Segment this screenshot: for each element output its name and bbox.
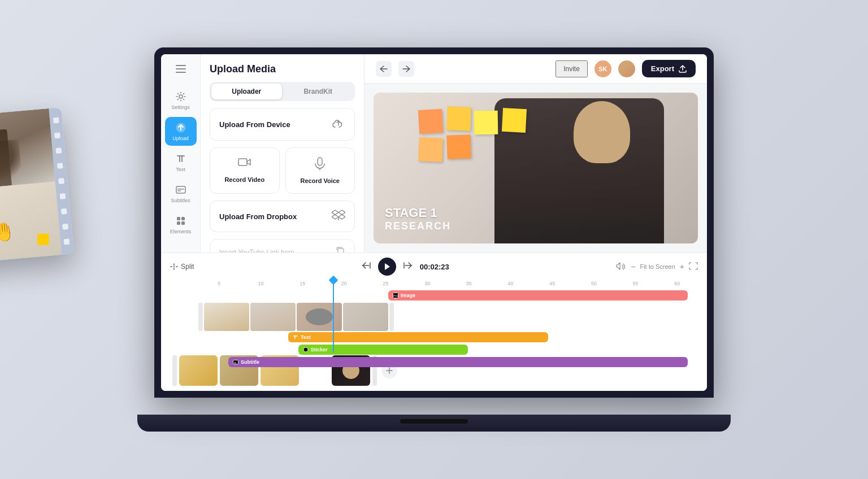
subtitles-icon (175, 184, 187, 196)
stage-subtitle: RESEARCH (385, 220, 451, 232)
subtitle-track-label: Subtitle (241, 359, 259, 365)
video-background: STAGE 1 RESEARCH (374, 93, 698, 243)
record-video-label: Record Video (224, 176, 264, 183)
sticker-track: Sticker (170, 345, 698, 355)
sticker-track-label: Sticker (311, 347, 328, 352)
tab-brandkit[interactable]: BrandKit (283, 84, 354, 99)
sticker-track-bar[interactable]: Sticker (298, 345, 468, 355)
tab-uploader[interactable]: Uploader (211, 84, 282, 99)
text-track-label: Text (301, 334, 311, 340)
forward-button[interactable] (398, 61, 414, 77)
film-frame-top (0, 108, 55, 191)
svg-rect-33 (234, 363, 236, 363)
elements-icon (175, 215, 187, 227)
subtitle-track-bar[interactable]: Subtitle (228, 357, 688, 367)
top-bar: Invite SK Export (364, 54, 707, 84)
svg-point-31 (303, 347, 308, 352)
thumb-handle-left[interactable] (198, 303, 203, 331)
time-marker-10: 10 (240, 281, 282, 286)
tab-switcher: Uploader BrandKit (210, 82, 355, 101)
image-track-bar[interactable]: Image (388, 290, 688, 301)
paste-icon (335, 246, 345, 252)
laptop: Settings (137, 47, 731, 432)
split-button[interactable]: Split (170, 263, 194, 271)
elements-label: Elements (170, 229, 192, 234)
upload-label: Upload (172, 136, 189, 141)
youtube-placeholder: Insert YouTube Link here (219, 249, 294, 252)
image-track: Image (170, 290, 698, 301)
preview-area: Invite SK Export (364, 54, 707, 252)
sidebar-item-text[interactable]: Text (165, 148, 197, 177)
time-marker-55: 55 (615, 281, 657, 286)
svg-rect-22 (338, 249, 344, 252)
sidebar-item-settings[interactable]: Settings (165, 86, 197, 115)
thumb-handle-right[interactable] (389, 303, 394, 331)
svg-rect-32 (233, 360, 238, 364)
youtube-input[interactable]: Insert YouTube Link here (210, 239, 355, 252)
skip-back-button[interactable] (361, 261, 371, 272)
minus-zoom-icon[interactable]: − (631, 262, 635, 271)
sidebar: Settings (161, 54, 201, 252)
dropbox-icon (332, 209, 345, 224)
subtitle-track: Subtitle (170, 357, 698, 367)
timeline: Split (161, 252, 707, 391)
menu-icon[interactable] (171, 59, 191, 79)
volume-icon[interactable] (616, 262, 626, 272)
record-video-card[interactable]: Record Video (210, 147, 280, 194)
app: Settings (161, 54, 707, 391)
svg-rect-10 (181, 155, 183, 162)
upload-panel: Upload Media Uploader BrandKit Upload Fr… (201, 54, 364, 252)
export-button[interactable]: Export (642, 60, 696, 77)
text-label: Text (176, 167, 185, 172)
skip-forward-button[interactable] (403, 261, 413, 272)
laptop-base (137, 415, 731, 432)
laptop-bezel: Settings (154, 47, 714, 398)
time-marker-45: 45 (531, 281, 573, 286)
export-label: Export (651, 64, 674, 73)
drag-cursor: 🤚 (0, 220, 16, 243)
svg-rect-14 (177, 217, 180, 220)
fit-screen-label[interactable]: Fit to Screen (640, 263, 675, 270)
svg-rect-18 (238, 159, 247, 166)
svg-rect-2 (176, 72, 186, 73)
video-preview: STAGE 1 RESEARCH (374, 93, 698, 243)
svg-rect-29 (293, 336, 298, 337)
text-track-bar[interactable]: Text (288, 332, 548, 342)
upload-from-device-option[interactable]: Upload From Device (210, 108, 355, 141)
text-track: Text (170, 332, 698, 342)
svg-rect-19 (318, 158, 322, 166)
time-marker-25: 25 (365, 281, 407, 286)
time-marker-40: 40 (490, 281, 532, 286)
sidebar-item-subtitles[interactable]: Subtitles (165, 179, 197, 208)
split-label: Split (181, 263, 194, 271)
invite-button[interactable]: Invite (555, 60, 588, 77)
svg-rect-28 (393, 293, 398, 298)
svg-rect-0 (176, 65, 186, 66)
record-row: Record Video (210, 147, 355, 194)
svg-rect-9 (179, 155, 180, 162)
upload-dropbox-option[interactable]: Upload From Dropbox (210, 201, 355, 232)
stage-title: STAGE 1 (385, 206, 451, 220)
timeline-right: − Fit to Screen + (616, 262, 698, 272)
play-button[interactable] (378, 258, 396, 276)
subtitles-label: Subtitles (171, 198, 190, 203)
upload-icon (175, 121, 187, 134)
record-voice-card[interactable]: Record Voice (285, 147, 355, 194)
time-marker-50: 50 (573, 281, 615, 286)
time-ruler: 5 10 15 20 25 30 35 40 45 50 (170, 279, 698, 288)
back-button[interactable] (376, 61, 392, 77)
sidebar-item-elements[interactable]: Elements (165, 210, 197, 239)
svg-rect-11 (176, 186, 185, 193)
stage-overlay: STAGE 1 RESEARCH (385, 206, 451, 232)
sidebar-item-upload[interactable]: Upload (165, 117, 197, 146)
playhead[interactable] (333, 279, 334, 352)
fullscreen-icon[interactable] (689, 262, 698, 272)
plus-zoom-icon[interactable]: + (680, 262, 684, 271)
svg-rect-13 (177, 189, 184, 190)
video-thumb-1 (204, 303, 249, 331)
scene: 🤚 (0, 0, 868, 479)
time-display: 00:02:23 (420, 263, 449, 271)
record-voice-icon (315, 157, 325, 173)
video-thumb-4 (343, 303, 388, 331)
svg-point-3 (179, 95, 183, 98)
